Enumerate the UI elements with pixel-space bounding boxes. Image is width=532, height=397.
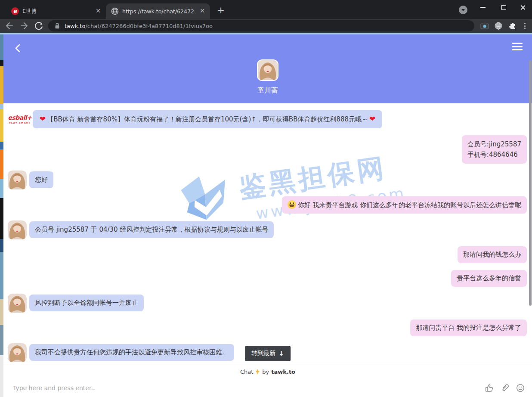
- window-maximize-button[interactable]: [494, 0, 513, 15]
- lock-icon: [53, 22, 61, 30]
- browser-menu-button[interactable]: [521, 21, 529, 31]
- visitor-message-bubble: 会员号:jing25587手机号:4864646: [462, 135, 527, 164]
- agent-avatar: [8, 171, 27, 189]
- back-button[interactable]: [4, 21, 15, 31]
- heart-icon: ❤: [369, 115, 375, 123]
- window-minimize-button[interactable]: [473, 0, 492, 15]
- message-list: 鉴黑担保网 www.jhdb8.com esball+PLAY SMART❤【B…: [3, 103, 532, 364]
- background-page-strip: [0, 34, 3, 397]
- branding-chat-label: Chat: [240, 369, 253, 375]
- agent-avatar: [8, 343, 27, 362]
- message-text: 那请问我的钱怎么办: [463, 251, 521, 258]
- message-text: 贵平台这么多年的信誉: [457, 274, 521, 282]
- forward-button[interactable]: [19, 21, 29, 31]
- esball-brand-text: esball+: [8, 114, 31, 121]
- message-row: 风控判断予以全馀额同帐号一并废止: [3, 294, 532, 313]
- visitor-message-bubble: 你好 我来贵平台游戏 你们这么多年的老平台冻结我的账号以后还怎么讲信誉呢: [282, 196, 527, 214]
- reload-button[interactable]: [34, 21, 44, 31]
- extensions-puzzle-icon[interactable]: [507, 21, 517, 31]
- message-text: 我司不会提供贵方任何您违规的手法以避免更新导致风控审核困难。: [35, 348, 229, 356]
- tab-title: E世博: [22, 8, 90, 15]
- esball-tagline-text: PLAY SMART: [9, 121, 31, 124]
- chat-menu-icon[interactable]: [512, 43, 523, 50]
- agent-message-bubble: 会员号 jing25587 于 04/30 经风控判定投注异常，根据协议与规则与…: [29, 221, 274, 238]
- message-row: 会员号:jing25587手机号:4864646: [3, 135, 532, 164]
- branding-by-label: by: [262, 369, 269, 375]
- tab-tawkto[interactable]: https://tawk.to/chat/6247266d ✕: [106, 3, 210, 19]
- agent-message-bubble: 我司不会提供贵方任何您违规的手法以避免更新导致风控审核困难。: [29, 344, 234, 361]
- message-row: esball+PLAY SMART❤【BB体育 新會首存80%】体育玩粉有福了！…: [3, 110, 532, 128]
- screenshot-extension-icon[interactable]: [479, 21, 490, 31]
- chat-back-button[interactable]: [12, 42, 24, 54]
- thumbs-up-icon[interactable]: [485, 383, 494, 393]
- scroll-to-latest-button[interactable]: 转到最新↓: [245, 346, 291, 361]
- message-input[interactable]: [3, 385, 468, 391]
- message-text: 您好: [35, 176, 48, 183]
- agent-avatar: [8, 220, 27, 239]
- page-scrollbar[interactable]: [529, 60, 532, 306]
- message-row: 会员号 jing25587 于 04/30 经风控判定投注异常，根据协议与规则与…: [3, 220, 532, 239]
- window-close-button[interactable]: [513, 0, 532, 15]
- caret-down-icon: [461, 9, 465, 11]
- grinning-emoji-icon: [288, 200, 296, 209]
- attachment-icon[interactable]: [500, 383, 510, 393]
- visitor-message-bubble: 那请问我的钱怎么办: [458, 246, 527, 263]
- message-text: 风控判断予以全馀额同帐号一并废止: [35, 299, 138, 307]
- globe-extension-icon[interactable]: [493, 21, 504, 31]
- arrow-down-icon: ↓: [278, 350, 284, 357]
- tab-close-icon[interactable]: ✕: [95, 8, 102, 15]
- tawkto-branding: Chat by tawk.to: [3, 364, 532, 379]
- globe-favicon-icon: [111, 7, 119, 15]
- page-content: 童川蔷 鉴黑担保网 www.jhdb8.com esball+PLAY SMAR…: [0, 33, 532, 397]
- message-text: 会员号 jing25587 于 04/30 经风控判定投注异常，根据协议与规则与…: [35, 226, 268, 233]
- visitor-message-bubble: 那请问贵平台 我的投注是怎么异常了: [410, 319, 527, 336]
- message-text: 【BB体育 新會首存80%】体育玩粉有福了！新注册会员首存100元(含)↑，即可…: [47, 115, 368, 123]
- url-host: tawk.to: [65, 23, 85, 29]
- esball-favicon-icon: e: [11, 7, 19, 15]
- tawkto-chat-widget: 童川蔷 鉴黑担保网 www.jhdb8.com esball+PLAY SMAR…: [3, 34, 532, 397]
- agent-avatar: [257, 59, 278, 81]
- tab-close-icon[interactable]: ✕: [199, 8, 206, 15]
- esball-logo: esball+PLAY SMART: [8, 114, 32, 124]
- heart-icon: ❤: [40, 115, 46, 123]
- lightning-bolt-icon: [255, 369, 260, 375]
- message-text-line: 手机号:4864646: [467, 149, 521, 160]
- tab-esball[interactable]: e E世博 ✕: [6, 3, 106, 19]
- tab-search-button[interactable]: [459, 6, 467, 14]
- browser-titlebar: e E世博 ✕ https://tawk.to/chat/6247266d ✕ …: [0, 0, 532, 19]
- message-row: 那请问贵平台 我的投注是怎么异常了: [3, 319, 532, 336]
- message-text: 你好 我来贵平台游戏 你们这么多年的老平台冻结我的账号以后还怎么讲信誉呢: [297, 201, 521, 209]
- branding-brand-label[interactable]: tawk.to: [271, 369, 295, 375]
- address-bar[interactable]: tawk.to/chat/6247266d0bfe3f4a87710d81/1f…: [48, 20, 474, 31]
- agent-message-bubble: 风控判断予以全馀额同帐号一并废止: [29, 295, 144, 311]
- agent-name: 童川蔷: [257, 86, 278, 95]
- agent-avatar: [8, 294, 27, 313]
- message-row: 贵平台这么多年的信誉: [3, 270, 532, 287]
- browser-toolbar: tawk.to/chat/6247266d0bfe3f4a87710d81/1f…: [0, 19, 532, 33]
- message-row: 那请问我的钱怎么办: [3, 246, 532, 263]
- message-text-line: 会员号:jing25587: [467, 139, 521, 149]
- new-tab-button[interactable]: +: [215, 5, 226, 16]
- agent-message-bubble: 您好: [29, 171, 53, 188]
- chat-header: 童川蔷: [3, 34, 532, 103]
- emoji-picker-icon[interactable]: [516, 383, 525, 393]
- composer: [3, 379, 532, 397]
- message-row: 你好 我来贵平台游戏 你们这么多年的老平台冻结我的账号以后还怎么讲信誉呢: [3, 196, 532, 214]
- url-path: /chat/6247266d0bfe3f4a87710d81/1fvius7oo: [85, 23, 212, 29]
- message-row: 您好: [3, 171, 532, 189]
- visitor-message-bubble: 贵平台这么多年的信誉: [451, 270, 527, 287]
- message-text: 那请问贵平台 我的投注是怎么异常了: [416, 324, 521, 332]
- tab-title: https://tawk.to/chat/6247266d: [122, 8, 195, 15]
- agent-message-bubble: ❤【BB体育 新會首存80%】体育玩粉有福了！新注册会员首存100元(含)↑，即…: [33, 110, 382, 128]
- scroll-to-latest-label: 转到最新: [251, 350, 275, 357]
